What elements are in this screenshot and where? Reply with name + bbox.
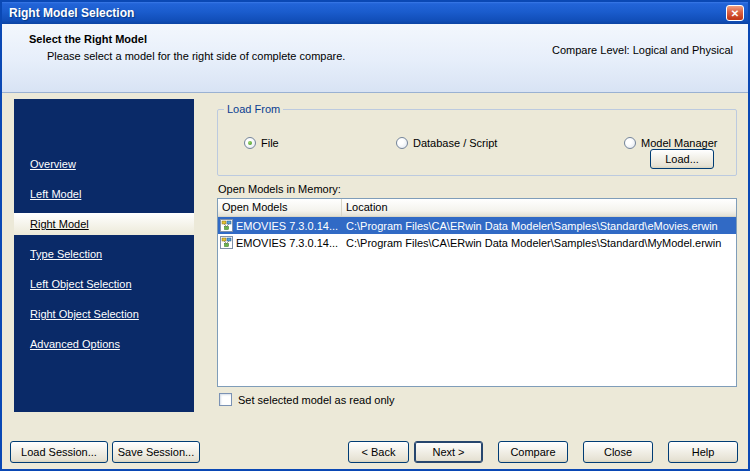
load-from-group-label: Load From: [224, 103, 283, 115]
compare-level-label: Compare Level: Logical and Physical: [552, 44, 733, 56]
model-icon: [220, 236, 233, 249]
wizard-header: Select the Right Model Please select a m…: [2, 24, 748, 93]
next-button[interactable]: Next >: [414, 441, 483, 463]
column-header-open-models[interactable]: Open Models: [218, 199, 342, 216]
model-name-cell: EMOVIES 7.3.0.14...: [218, 219, 342, 232]
titlebar[interactable]: Right Model Selection ✕: [2, 2, 748, 24]
wizard-sidebar: Overview Left Model Right Model Type Sel…: [14, 99, 194, 412]
model-name: EMOVIES 7.3.0.14...: [236, 237, 338, 249]
open-models-list: Open Models Location EMOVIES 7.3.0.14...…: [217, 198, 737, 387]
radio-file[interactable]: File: [244, 137, 279, 149]
sidebar-item-label: Right Model: [30, 218, 89, 230]
sidebar-item-overview[interactable]: Overview: [14, 149, 194, 179]
sidebar-item-label: Right Object Selection: [30, 308, 139, 320]
table-row[interactable]: EMOVIES 7.3.0.14... C:\Program Files\CA\…: [218, 217, 736, 234]
compare-button[interactable]: Compare: [498, 441, 568, 463]
sidebar-item-label: Left Model: [30, 188, 81, 200]
radio-database-script[interactable]: Database / Script: [396, 137, 497, 149]
list-header: Open Models Location: [218, 199, 736, 217]
read-only-label: Set selected model as read only: [238, 394, 395, 406]
checkbox-icon[interactable]: [219, 393, 232, 406]
window-title: Right Model Selection: [2, 6, 134, 20]
sidebar-item-right-model[interactable]: Right Model: [14, 213, 194, 235]
model-location: C:\Program Files\CA\ERwin Data Modeler\S…: [342, 220, 736, 232]
radio-button-icon: [244, 137, 256, 149]
sidebar-item-label: Type Selection: [30, 248, 102, 260]
close-button[interactable]: ✕: [726, 5, 744, 21]
model-name: EMOVIES 7.3.0.14...: [236, 220, 338, 232]
radio-label: File: [261, 137, 279, 149]
load-session-button[interactable]: Load Session...: [10, 441, 108, 463]
sidebar-item-left-object-selection[interactable]: Left Object Selection: [14, 269, 194, 299]
read-only-checkbox-row[interactable]: Set selected model as read only: [219, 393, 395, 406]
load-button[interactable]: Load...: [650, 149, 714, 169]
page-title: Select the Right Model: [29, 33, 147, 45]
sidebar-item-label: Advanced Options: [30, 338, 120, 350]
sidebar-item-right-object-selection[interactable]: Right Object Selection: [14, 299, 194, 329]
load-from-group: Load From File Database / Script Model M…: [217, 103, 737, 176]
model-icon: [220, 219, 233, 232]
help-button[interactable]: Help: [668, 441, 738, 463]
radio-label: Database / Script: [413, 137, 497, 149]
page-subtitle: Please select a model for the right side…: [47, 50, 345, 62]
wizard-nav: Overview Left Model Right Model Type Sel…: [14, 149, 194, 359]
model-name-cell: EMOVIES 7.3.0.14...: [218, 236, 342, 249]
sidebar-item-label: Overview: [30, 158, 76, 170]
close-icon: ✕: [731, 8, 739, 19]
radio-model-manager[interactable]: Model Manager: [624, 137, 717, 149]
open-models-label: Open Models in Memory:: [218, 183, 341, 195]
radio-button-icon: [396, 137, 408, 149]
sidebar-item-left-model[interactable]: Left Model: [14, 179, 194, 209]
back-button[interactable]: < Back: [348, 441, 409, 463]
sidebar-item-type-selection[interactable]: Type Selection: [14, 239, 194, 269]
save-session-button[interactable]: Save Session...: [112, 441, 200, 463]
column-header-location[interactable]: Location: [342, 199, 736, 216]
sidebar-item-label: Left Object Selection: [30, 278, 132, 290]
table-row[interactable]: EMOVIES 7.3.0.14... C:\Program Files\CA\…: [218, 234, 736, 251]
right-model-selection-dialog: Right Model Selection ✕ Select the Right…: [0, 0, 750, 471]
sidebar-item-advanced-options[interactable]: Advanced Options: [14, 329, 194, 359]
model-location: C:\Program Files\CA\ERwin Data Modeler\S…: [342, 237, 736, 249]
radio-label: Model Manager: [641, 137, 717, 149]
radio-button-icon: [624, 137, 636, 149]
close-dialog-button[interactable]: Close: [583, 441, 653, 463]
